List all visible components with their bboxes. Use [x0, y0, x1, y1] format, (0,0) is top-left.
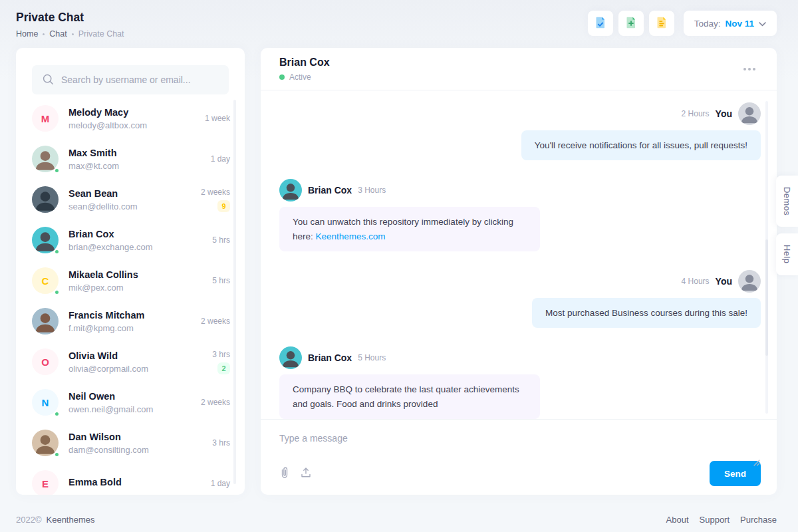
breadcrumb-separator	[72, 33, 74, 35]
contact-email: melody@altbox.com	[68, 120, 205, 130]
date-picker-button[interactable]: Today: Nov 11	[684, 11, 777, 36]
unread-badge: 9	[217, 200, 230, 212]
avatar: N	[32, 389, 59, 416]
file-lines-button[interactable]	[649, 11, 674, 36]
contact-meta: 2 weeks 9	[201, 188, 230, 212]
footer-links: About Support Purchase	[666, 515, 777, 525]
avatar	[32, 430, 59, 456]
contact-meta: 1 day	[211, 479, 230, 488]
date-value: Nov 11	[725, 19, 754, 29]
contact-email: olivia@corpmail.com	[68, 364, 212, 374]
topbar: Private Chat Home Chat Private Chat	[16, 7, 777, 39]
resize-handle-icon[interactable]	[753, 457, 760, 469]
contact-name: Dan Wilson	[68, 432, 212, 442]
side-tabs: Demos Help	[776, 176, 798, 275]
contact-email: owen.neil@gmail.com	[68, 404, 201, 414]
contact-row-max-smith[interactable]: Max Smith max@kt.com 1 day	[32, 146, 230, 172]
contact-row-francis-mitcham[interactable]: Francis Mitcham f.mit@kpmg.com 2 weeks	[32, 308, 230, 334]
message-time: 3 Hours	[358, 186, 386, 195]
contact-row-mikaela-collins[interactable]: C Mikaela Collins mik@pex.com 5 hrs	[32, 267, 230, 294]
contact-row-brian-cox[interactable]: Brian Cox brian@exchange.com 5 hrs	[32, 227, 230, 253]
contact-row-sean-bean[interactable]: Sean Bean sean@dellito.com 2 weeks 9	[32, 186, 230, 213]
contact-email: max@kt.com	[68, 161, 211, 171]
footer-link-support[interactable]: Support	[700, 515, 730, 525]
avatar: O	[32, 348, 59, 375]
person-photo-icon	[32, 308, 59, 334]
you-avatar	[738, 270, 761, 293]
avatar: M	[32, 105, 59, 132]
contact-time: 2 weeks	[201, 317, 230, 326]
contact-name: Max Smith	[68, 148, 211, 158]
contact-info: Sean Bean sean@dellito.com	[68, 188, 201, 211]
file-check-button[interactable]	[588, 11, 613, 36]
demos-tab[interactable]: Demos	[776, 176, 798, 227]
contact-meta: 5 hrs	[212, 235, 230, 245]
message-input[interactable]	[279, 428, 761, 456]
contact-row-melody-macy[interactable]: M Melody Macy melody@altbox.com 1 week	[32, 105, 230, 132]
contact-time: 3 hrs	[212, 438, 230, 448]
breadcrumb-home[interactable]: Home	[16, 29, 38, 39]
online-indicator	[54, 289, 60, 295]
chat-peer-status: Active	[279, 72, 330, 82]
search-icon	[42, 73, 55, 88]
upload-button[interactable]	[300, 466, 312, 481]
message-incoming: Brian Cox 3 Hours You can unwatch this r…	[279, 179, 761, 251]
message-time: 5 Hours	[358, 353, 386, 362]
page-footer: 2022© Keenthemes About Support Purchase	[16, 511, 777, 528]
peer-avatar	[279, 179, 302, 201]
avatar-initial: O	[41, 356, 49, 368]
footer-link-about[interactable]: About	[666, 515, 689, 525]
message-sender[interactable]: You	[716, 276, 732, 287]
breadcrumb-chat[interactable]: Chat	[49, 29, 66, 39]
contacts-scrollbar[interactable]	[233, 100, 236, 484]
contact-row-dan-wilson[interactable]: Dan Wilson dam@consilting.com 3 hrs	[32, 430, 230, 456]
avatar	[32, 186, 59, 213]
message-list: 2 Hours You You'll receive notifications…	[261, 90, 777, 419]
page-heading: Private Chat Home Chat Private Chat	[16, 7, 124, 39]
unread-badge: 2	[217, 362, 230, 374]
contact-name: Olivia Wild	[68, 350, 212, 361]
contact-name: Emma Bold	[68, 477, 211, 487]
message-time: 4 Hours	[682, 277, 710, 286]
avatar: E	[32, 470, 59, 495]
contact-meta: 2 weeks	[201, 317, 230, 326]
message-sender[interactable]: Brian Cox	[308, 352, 352, 363]
contact-meta: 2 weeks	[201, 398, 230, 407]
contact-row-emma-bold[interactable]: E Emma Bold 1 day	[32, 470, 230, 495]
status-text: Active	[289, 72, 311, 82]
avatar-initial: N	[42, 397, 49, 408]
chat-scrollbar-thumb[interactable]	[765, 239, 768, 356]
contact-info: Dan Wilson dam@consilting.com	[68, 432, 212, 455]
copyright: 2022©	[16, 515, 42, 525]
contact-info: Neil Owen owen.neil@gmail.com	[68, 391, 201, 414]
attach-file-button[interactable]	[279, 466, 290, 481]
chevron-down-icon	[759, 19, 766, 29]
contact-row-olivia-wild[interactable]: O Olivia Wild olivia@corpmail.com 3 hrs …	[32, 348, 230, 375]
avatar-initial: C	[42, 275, 49, 287]
message-sender[interactable]: Brian Cox	[308, 185, 352, 196]
contact-row-neil-owen[interactable]: N Neil Owen owen.neil@gmail.com 2 weeks	[32, 389, 230, 416]
you-avatar	[738, 102, 761, 125]
footer-brand-link[interactable]: Keenthemes	[47, 515, 95, 525]
file-lines-icon	[655, 16, 668, 31]
help-tab[interactable]: Help	[776, 233, 798, 275]
file-plus-button[interactable]	[618, 11, 644, 36]
breadcrumb-current: Private Chat	[78, 29, 124, 39]
file-check-icon	[594, 16, 607, 31]
contact-info: Mikaela Collins mik@pex.com	[68, 269, 212, 293]
avatar: C	[32, 267, 59, 294]
message-header: 2 Hours You	[682, 102, 761, 125]
message-sender[interactable]: You	[716, 108, 732, 119]
contact-email: brian@exchange.com	[68, 242, 212, 252]
compose-toolbar: Send	[279, 461, 761, 486]
contact-time: 1 day	[211, 154, 230, 164]
contact-time: 5 hrs	[212, 235, 230, 245]
search-input[interactable]	[32, 65, 229, 94]
message-bubble: You can unwatch this repository immediat…	[279, 207, 540, 251]
chat-more-button[interactable]	[741, 65, 758, 73]
contact-meta: 1 week	[205, 114, 230, 123]
footer-link-purchase[interactable]: Purchase	[740, 515, 777, 525]
message-link[interactable]: Keenthemes.com	[316, 231, 386, 241]
contact-info: Emma Bold	[68, 477, 211, 490]
avatar-initial: E	[42, 478, 49, 489]
